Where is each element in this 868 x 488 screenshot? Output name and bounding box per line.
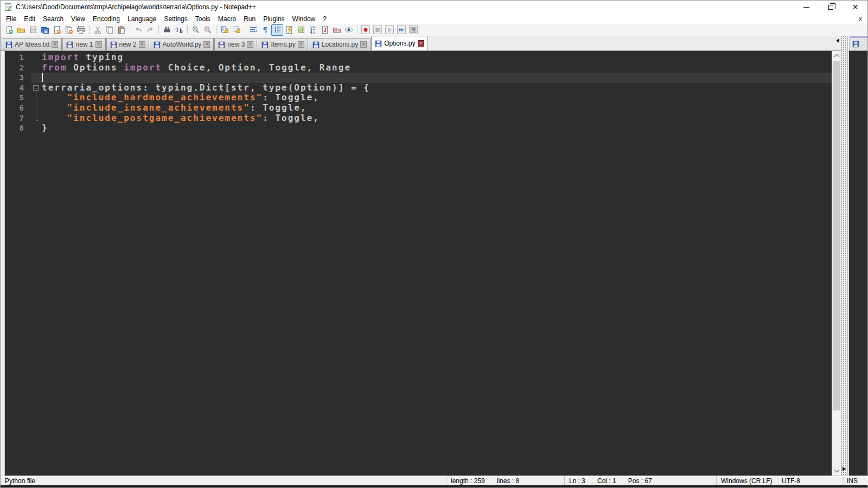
new-file-icon[interactable] xyxy=(3,24,15,36)
macro-record-icon[interactable] xyxy=(360,24,372,36)
document-map-icon[interactable] xyxy=(295,24,307,36)
line-number: 4 xyxy=(5,83,31,93)
word-wrap-icon[interactable] xyxy=(247,24,259,36)
scroll-up-button[interactable] xyxy=(832,51,841,60)
splitter-arrow-right-icon xyxy=(843,467,846,471)
menu-plugins[interactable]: Plugins xyxy=(259,14,288,24)
menu-tools[interactable]: Tools xyxy=(192,14,214,24)
fold-margin-collapse-icon[interactable] xyxy=(31,83,42,93)
copy-icon[interactable] xyxy=(104,24,116,36)
floppy-icon xyxy=(852,41,859,48)
floppy-icon xyxy=(261,41,269,48)
tab-close-icon[interactable]: × xyxy=(95,41,102,48)
status-column: Col : 1 xyxy=(597,477,616,485)
code-editor[interactable]: 1import typing2from Options import Choic… xyxy=(5,51,832,476)
scrollbar-thumb[interactable] xyxy=(833,61,840,410)
macro-stop-icon[interactable] xyxy=(372,24,384,36)
open-folder-icon[interactable] xyxy=(15,24,27,36)
find-icon[interactable] xyxy=(161,24,173,36)
tab-close-icon[interactable]: × xyxy=(203,41,210,48)
fold-margin xyxy=(31,123,42,133)
tab-label: AP Ideas.txt xyxy=(15,41,49,48)
user-defined-language-icon[interactable] xyxy=(283,24,295,36)
tab-close-icon[interactable]: × xyxy=(52,41,58,48)
line-number: 2 xyxy=(5,63,31,73)
function-list-icon[interactable]: f xyxy=(319,24,331,36)
tab-options-py[interactable]: Options.py× xyxy=(371,36,427,50)
tab-new-3[interactable]: new 3× xyxy=(214,38,257,50)
sync-horizontal-icon[interactable] xyxy=(231,24,242,36)
code-text: from Options import Choice, Option, Togg… xyxy=(42,63,832,73)
tab-close-icon[interactable]: × xyxy=(298,41,304,48)
menu-macro[interactable]: Macro xyxy=(214,14,240,24)
tab-label: Options.py xyxy=(384,40,415,47)
tab-scroll-left-icon[interactable] xyxy=(836,38,839,43)
show-all-chars-icon[interactable]: ¶ xyxy=(259,24,271,36)
folder-as-workspace-icon[interactable] xyxy=(331,24,343,36)
menu-search[interactable]: Search xyxy=(39,14,67,24)
macro-play-icon[interactable] xyxy=(384,24,395,36)
status-encoding[interactable]: UTF-8 xyxy=(777,476,843,485)
document-list-icon[interactable] xyxy=(307,24,319,36)
tab-close-icon[interactable]: × xyxy=(247,41,253,48)
scrollbar-track[interactable] xyxy=(832,60,841,466)
notepad-plus-plus-icon xyxy=(4,3,12,11)
tab-close-icon[interactable]: × xyxy=(139,41,145,48)
cut-icon[interactable] xyxy=(92,24,104,36)
tab-ap-ideas-txt[interactable]: AP Ideas.txt× xyxy=(2,38,62,50)
menu-[interactable]: ? xyxy=(319,14,330,24)
close-all-icon[interactable] xyxy=(63,24,75,36)
undo-icon[interactable] xyxy=(132,24,144,36)
restore-button[interactable] xyxy=(819,1,843,14)
tab-items-py[interactable]: Items.py× xyxy=(258,38,308,50)
replace-icon[interactable]: ab xyxy=(173,24,185,36)
status-length-lines: length : 259 lines : 8 xyxy=(446,476,565,485)
tab-locations-py[interactable]: Locations.py× xyxy=(309,38,371,50)
menu-bar: FileEditSearchViewEncodingLanguageSettin… xyxy=(1,14,867,24)
status-length: length : 259 xyxy=(451,477,485,485)
chevron-up-icon xyxy=(834,54,839,60)
zoom-out-icon[interactable] xyxy=(202,24,214,36)
scroll-down-button[interactable] xyxy=(832,466,841,476)
sync-vertical-icon[interactable] xyxy=(219,24,231,36)
menu-view[interactable]: View xyxy=(67,14,89,24)
tab-new-2[interactable]: new 2× xyxy=(106,38,149,50)
menu-file[interactable]: File xyxy=(2,14,20,24)
svg-text:a: a xyxy=(175,27,178,31)
status-insert-mode[interactable]: INS xyxy=(843,476,867,485)
minimize-button[interactable] xyxy=(794,1,819,14)
menu-window[interactable]: Window xyxy=(289,14,320,24)
view-splitter[interactable] xyxy=(841,36,848,476)
secondary-tab-fragment[interactable] xyxy=(850,36,867,51)
save-all-icon[interactable] xyxy=(39,24,51,36)
menu-settings[interactable]: Settings xyxy=(160,14,191,24)
secondary-view xyxy=(848,36,867,476)
paste-icon[interactable] xyxy=(116,24,127,36)
indent-guide-icon[interactable] xyxy=(271,24,283,36)
close-icon[interactable] xyxy=(51,24,63,36)
vertical-scrollbar[interactable] xyxy=(832,51,841,476)
macro-run-multiple-icon[interactable] xyxy=(395,24,407,36)
close-button[interactable]: ✕ xyxy=(843,1,867,14)
menu-language[interactable]: Language xyxy=(124,14,160,24)
tab-new-1[interactable]: new 1× xyxy=(62,38,105,50)
minimize-icon xyxy=(803,7,809,8)
macro-save-icon[interactable] xyxy=(407,24,419,36)
restore-icon xyxy=(828,5,833,10)
status-eol-format[interactable]: Windows (CR LF) xyxy=(717,476,777,485)
menu-encoding[interactable]: Encoding xyxy=(89,14,124,24)
menu-run[interactable]: Run xyxy=(240,14,259,24)
menu-edit[interactable]: Edit xyxy=(20,14,39,24)
tab-close-icon[interactable]: × xyxy=(418,40,424,47)
code-line-4: 4terraria_options: typing.Dict[str, type… xyxy=(5,83,832,93)
save-icon[interactable] xyxy=(27,24,39,36)
print-icon[interactable] xyxy=(75,24,87,36)
redo-icon[interactable] xyxy=(144,24,156,36)
zoom-in-icon[interactable] xyxy=(190,24,202,36)
tab-autoworld-py[interactable]: AutoWorld.py× xyxy=(150,38,214,50)
monitoring-icon[interactable] xyxy=(343,24,355,36)
secondary-editor[interactable] xyxy=(848,51,867,476)
close-document-button[interactable]: x xyxy=(857,15,864,23)
status-lines: lines : 8 xyxy=(497,477,519,485)
tab-close-icon[interactable]: × xyxy=(360,41,367,48)
